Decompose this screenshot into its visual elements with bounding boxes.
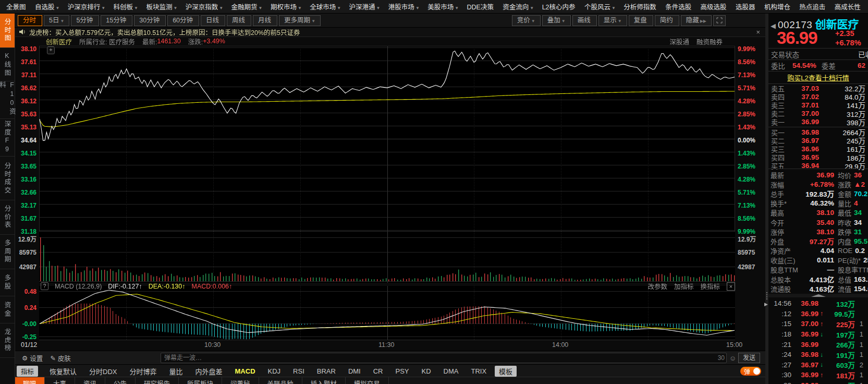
sidebar-item[interactable]: 多股 <box>0 269 15 296</box>
indicator-tab[interactable]: 分时博弈 <box>123 366 163 376</box>
tick-row[interactable]: :30 36.99 ↑ 181万 1 <box>768 370 868 380</box>
bottom-tab[interactable]: 资讯 <box>75 377 105 384</box>
bottom-tab[interactable]: 插入题材 <box>302 377 346 384</box>
panel-divider[interactable]: ▶ <box>765 14 768 384</box>
indicator-tab[interactable]: DMI <box>342 367 367 375</box>
bottom-tab[interactable]: 大事 <box>45 377 75 384</box>
chart-tool-button[interactable]: 竞价▼ <box>512 15 541 26</box>
sidebar-item[interactable]: K线图 <box>0 48 15 81</box>
top-menu-item[interactable]: 沪深港通▼ <box>349 2 381 11</box>
indicator-tab[interactable]: PSY <box>389 367 415 375</box>
volume-chart[interactable] <box>39 232 735 283</box>
sidebar-item[interactable]: F10资料 <box>0 81 15 119</box>
top-menu-item[interactable]: 金融期货▼ <box>231 2 263 11</box>
period-button[interactable]: 5分钟 <box>71 15 99 26</box>
top-menu-item[interactable]: 个股风云▼ <box>584 2 616 11</box>
sidebar-item[interactable]: 深度F9 <box>0 119 15 157</box>
send-button[interactable]: 发送 <box>738 353 760 363</box>
top-menu-item[interactable]: DDE决策 <box>467 2 495 11</box>
sidebar-item[interactable]: 多周期 <box>0 235 15 269</box>
period-button[interactable]: 15分钟 <box>101 15 132 26</box>
add-indicator-button[interactable]: 加指标 <box>674 281 694 291</box>
chart-tool-button[interactable]: 显示▼ <box>598 15 627 26</box>
top-menu-item[interactable]: 热点追击 <box>799 2 826 11</box>
sidebar-item[interactable]: 龙虎榜 <box>0 323 15 358</box>
indicator-tab[interactable]: DMA <box>437 367 465 375</box>
switch-indicator-button[interactable]: 换指标 <box>700 281 720 291</box>
crosshair-tool-icon[interactable]: + <box>47 46 55 54</box>
top-menu-item[interactable]: 板块监测▼ <box>146 2 177 11</box>
tick-row[interactable]: 14:56 36.98 132万 <box>768 298 868 309</box>
period-button[interactable]: 分时 <box>18 15 42 26</box>
chart-tool-button[interactable]: 画线 <box>572 15 597 26</box>
top-menu-item[interactable]: 高成长性 <box>835 2 862 11</box>
indicator-tab[interactable]: 内外盘差 <box>189 366 229 376</box>
resize-handle[interactable] <box>768 294 868 297</box>
indicator-menu-chip[interactable]: 指标 <box>17 366 38 377</box>
close-icon[interactable]: × <box>727 282 735 291</box>
top-menu-item[interactable]: 港股市场▼ <box>388 2 420 11</box>
tick-row[interactable]: :33 36.98 ↓ 148万 1 <box>768 380 868 384</box>
period-button[interactable]: 日线 <box>201 15 225 26</box>
bottom-tab[interactable]: 研究报告 <box>136 377 179 384</box>
tick-row[interactable]: :18 36.99 ↓ 197万 1 <box>768 329 868 340</box>
skin-button[interactable]: ✎皮肤 <box>50 353 71 363</box>
tick-row[interactable]: :12 36.99 ↑ 99.5万 <box>768 309 868 319</box>
indicator-tab[interactable]: 模板 <box>495 366 517 377</box>
period-button[interactable]: 30分钟 <box>134 15 166 26</box>
back-arrow-icon[interactable]: ◀ <box>771 22 776 30</box>
bottom-tab[interactable]: 所属板块 <box>179 377 222 384</box>
top-menu-item[interactable]: 全景图 <box>6 2 27 11</box>
top-menu-item[interactable]: 选股器 <box>736 2 756 11</box>
indicator-tab[interactable]: BRAR <box>311 367 342 375</box>
help-icon[interactable]: ? <box>41 282 48 290</box>
top-menu-item[interactable]: 机构增仓 <box>764 2 791 11</box>
macd-chart[interactable] <box>39 286 735 340</box>
top-menu-item[interactable]: 全球市场▼ <box>310 2 341 11</box>
tick-row[interactable]: :15 37.00 ↑ 225万 1 <box>768 319 868 329</box>
ask-row[interactable]: 卖一 36.99 398万 <box>768 118 868 126</box>
top-menu-item[interactable]: L2核心内参 <box>542 2 577 11</box>
period-button[interactable]: 5日▼ <box>44 15 69 26</box>
indicator-tab[interactable]: 分时DDX <box>83 366 123 376</box>
top-menu-item[interactable]: 自选股▼ <box>35 2 59 11</box>
bottom-tab[interactable]: 关联品种 <box>259 377 302 384</box>
top-menu-item[interactable]: 资金流向▼ <box>503 2 534 11</box>
close-icon[interactable]: × <box>756 28 760 36</box>
bottom-tab[interactable]: 聊吧 <box>15 377 45 384</box>
tick-row[interactable]: :27 36.97 ↓ 603万 2 <box>768 360 868 370</box>
chart-tool-button[interactable]: 复盘 <box>629 15 653 26</box>
period-button[interactable]: 月线 <box>253 15 277 26</box>
bottom-tab[interactable]: 问董秘 <box>222 377 259 384</box>
indicator-tab[interactable]: RSI <box>287 367 311 375</box>
settings-button[interactable]: ⚙设置 <box>22 353 43 363</box>
danmaku-input[interactable] <box>161 353 727 363</box>
sidebar-item[interactable]: 分时图 <box>0 14 15 48</box>
top-menu-item[interactable]: 科创板▼ <box>114 2 138 11</box>
edit-params-button[interactable]: 改参数 <box>647 281 667 291</box>
chart-tool-button[interactable]: 叠加▼ <box>542 15 571 26</box>
sidebar-item[interactable]: 分价表 <box>0 200 15 235</box>
period-button[interactable]: 60分钟 <box>167 15 199 26</box>
bottom-tab[interactable]: 模拟交易 <box>346 377 389 384</box>
danmaku-toggle[interactable]: 弹 <box>740 367 761 376</box>
period-button[interactable]: 更多周期▼ <box>279 15 321 26</box>
chart-tool-button[interactable]: 简约 <box>655 15 679 26</box>
top-menu-item[interactable]: 期权市场▼ <box>271 2 302 11</box>
top-menu-item[interactable]: 分析师指数 <box>624 2 657 11</box>
indicator-tab[interactable]: CR <box>367 367 389 375</box>
indicator-tab[interactable]: TRIX <box>464 367 493 375</box>
sidebar-item[interactable]: 分时成交 <box>0 157 15 200</box>
top-menu-item[interactable]: 高级选股 <box>701 2 728 11</box>
top-menu-item[interactable]: 沪深京排行▼ <box>68 2 105 11</box>
period-button[interactable]: 周线 <box>227 15 251 26</box>
emoji-icon[interactable]: ☺ <box>729 354 736 362</box>
top-menu-item[interactable]: 美股市场▼ <box>427 2 459 11</box>
top-menu-item[interactable]: 沪深京指数▼ <box>186 2 223 11</box>
sidebar-item[interactable]: 资金 <box>0 296 15 323</box>
tick-row[interactable]: :21 36.99 266万 1 <box>768 339 868 350</box>
indicator-tab[interactable]: MACD <box>229 367 262 375</box>
indicator-tab[interactable]: 恢复默认 <box>43 366 83 376</box>
l2-quote-link[interactable]: 购买L2查看十档行情 <box>787 73 849 82</box>
tick-row[interactable]: :24 36.98 ↓ 191万 1 <box>768 350 868 360</box>
